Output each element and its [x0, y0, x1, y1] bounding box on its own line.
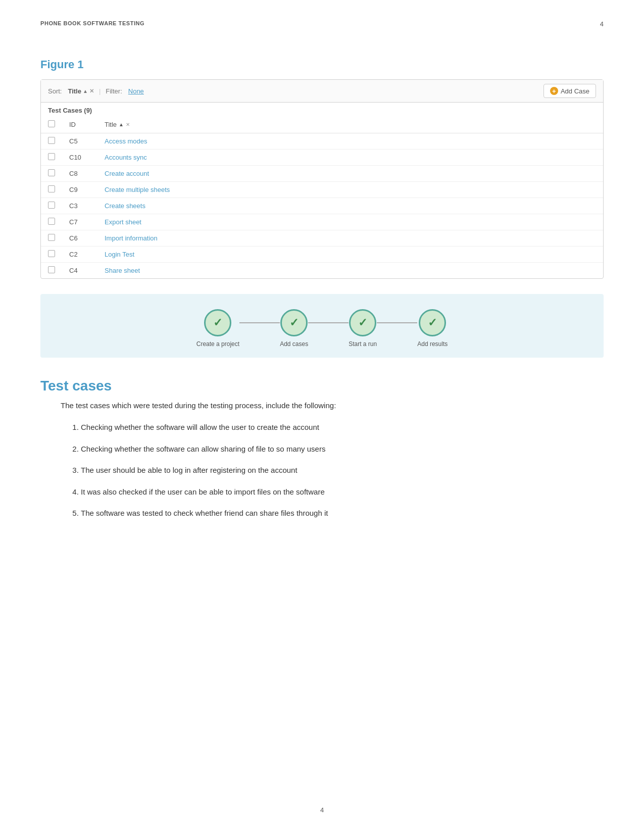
header-id[interactable]: ID: [62, 116, 97, 133]
row-checkbox[interactable]: [48, 266, 55, 273]
sort-value-text: Title: [68, 87, 81, 95]
checkmark-icon: ✓: [358, 316, 367, 329]
checkmark-icon: ✓: [289, 316, 299, 329]
row-checkbox-cell: [41, 247, 62, 263]
test-cases-count: Test Cases (9): [41, 103, 603, 116]
filter-prefix-label: Filter:: [106, 87, 122, 95]
header-title-text: Title: [105, 121, 117, 128]
workflow-container: ✓ Create a project ✓ Add cases ✓ Start a…: [40, 294, 604, 358]
row-title: Export sheet: [97, 214, 603, 230]
row-checkbox-cell: [41, 150, 62, 166]
test-cases-label: Test Cases: [48, 107, 82, 114]
step-line-3: [377, 322, 417, 323]
page: PHONE BOOK SOFTWARE TESTING 4 Figure 1 S…: [0, 0, 644, 834]
table-row: C10 Accounts sync: [41, 150, 603, 166]
sort-arrow-icon: ▲: [83, 88, 88, 94]
row-title: Create sheets: [97, 198, 603, 214]
checkmark-icon: ✓: [428, 316, 437, 329]
workflow-step-add-results: ✓ Add results: [417, 309, 448, 348]
row-id: C9: [62, 182, 97, 198]
row-title: Import information: [97, 230, 603, 247]
sort-close-icon[interactable]: ✕: [89, 88, 94, 94]
workflow-step-create-project: ✓ Create a project: [196, 309, 239, 348]
table-row: C3 Create sheets: [41, 198, 603, 214]
table-header-row: ID Title ▲ ✕: [41, 116, 603, 133]
step-circle-create-project: ✓: [204, 309, 231, 336]
row-title: Create multiple sheets: [97, 182, 603, 198]
test-cases-panel: Sort: Title ▲ ✕ | Filter: None + Add Cas…: [40, 79, 604, 279]
row-checkbox-cell: [41, 166, 62, 182]
row-checkbox-cell: [41, 198, 62, 214]
row-title: Create account: [97, 166, 603, 182]
row-checkbox[interactable]: [48, 202, 55, 209]
step-circle-start-run: ✓: [349, 309, 376, 336]
step-circle-add-cases: ✓: [280, 309, 308, 336]
step-line-2: [308, 322, 349, 323]
header-checkbox-cell: [41, 116, 62, 133]
checkmark-icon: ✓: [213, 316, 222, 329]
row-title: Access modes: [97, 133, 603, 150]
row-checkbox-cell: [41, 133, 62, 150]
table-row: C8 Create account: [41, 166, 603, 182]
test-cases-section: Test cases The test cases which were tes…: [40, 378, 604, 519]
row-checkbox[interactable]: [48, 137, 55, 144]
section-heading: Test cases: [40, 378, 604, 394]
page-number-top: 4: [600, 20, 604, 28]
panel-toolbar: Sort: Title ▲ ✕ | Filter: None + Add Cas…: [41, 80, 603, 103]
step-label-add-cases: Add cases: [280, 340, 308, 348]
row-id: C4: [62, 263, 97, 279]
table-row: C4 Share sheet: [41, 263, 603, 279]
header-title-arrow: ▲: [119, 122, 124, 127]
row-title: Accounts sync: [97, 150, 603, 166]
sort-prefix-label: Sort:: [48, 87, 62, 95]
row-checkbox[interactable]: [48, 153, 55, 160]
sort-value: Title ▲ ✕: [68, 87, 93, 95]
table-row: C6 Import information: [41, 230, 603, 247]
row-checkbox[interactable]: [48, 250, 55, 257]
row-id: C7: [62, 214, 97, 230]
workflow-step-add-cases: ✓ Add cases: [280, 309, 308, 348]
row-checkbox-cell: [41, 214, 62, 230]
add-case-label: Add Case: [561, 87, 589, 95]
row-id: C6: [62, 230, 97, 247]
header-checkbox[interactable]: [48, 120, 55, 127]
figure-label: Figure 1: [40, 58, 604, 71]
step-label-add-results: Add results: [417, 340, 448, 348]
doc-title: PHONE BOOK SOFTWARE TESTING: [40, 20, 144, 26]
row-id: C3: [62, 198, 97, 214]
row-id: C5: [62, 133, 97, 150]
divider: |: [99, 87, 101, 95]
header-title[interactable]: Title ▲ ✕: [97, 116, 603, 133]
list-item: Checking whether the software can allow …: [81, 444, 604, 455]
row-id: C8: [62, 166, 97, 182]
list-item: The user should be able to log in after …: [81, 465, 604, 476]
row-checkbox[interactable]: [48, 218, 55, 225]
sort-filter-area: Sort: Title ▲ ✕ | Filter: None: [48, 87, 144, 95]
row-id: C10: [62, 150, 97, 166]
row-checkbox[interactable]: [48, 234, 55, 241]
cases-table: ID Title ▲ ✕ C5 Access modes: [41, 116, 603, 278]
add-case-button[interactable]: + Add Case: [543, 84, 596, 98]
row-checkbox-cell: [41, 182, 62, 198]
filter-value[interactable]: None: [128, 87, 144, 95]
step-line-1: [239, 322, 280, 323]
row-checkbox[interactable]: [48, 185, 55, 192]
list-item: The software was tested to check whether…: [81, 508, 604, 519]
page-number-bottom: 4: [320, 806, 324, 814]
table-row: C9 Create multiple sheets: [41, 182, 603, 198]
list-item: Checking whether the software will allow…: [81, 422, 604, 433]
header-title-close[interactable]: ✕: [126, 122, 130, 127]
section-intro: The test cases which were tested during …: [61, 401, 604, 410]
table-row: C5 Access modes: [41, 133, 603, 150]
row-id: C2: [62, 247, 97, 263]
step-label-create-project: Create a project: [196, 340, 239, 348]
row-checkbox-cell: [41, 263, 62, 279]
row-title: Share sheet: [97, 263, 603, 279]
step-circle-add-results: ✓: [419, 309, 446, 336]
cases-table-body: C5 Access modes C10 Accounts sync C8 Cre…: [41, 133, 603, 279]
table-row: C7 Export sheet: [41, 214, 603, 230]
step-label-start-run: Start a run: [349, 340, 377, 348]
row-title: Login Test: [97, 247, 603, 263]
row-checkbox-cell: [41, 230, 62, 247]
row-checkbox[interactable]: [48, 169, 55, 176]
